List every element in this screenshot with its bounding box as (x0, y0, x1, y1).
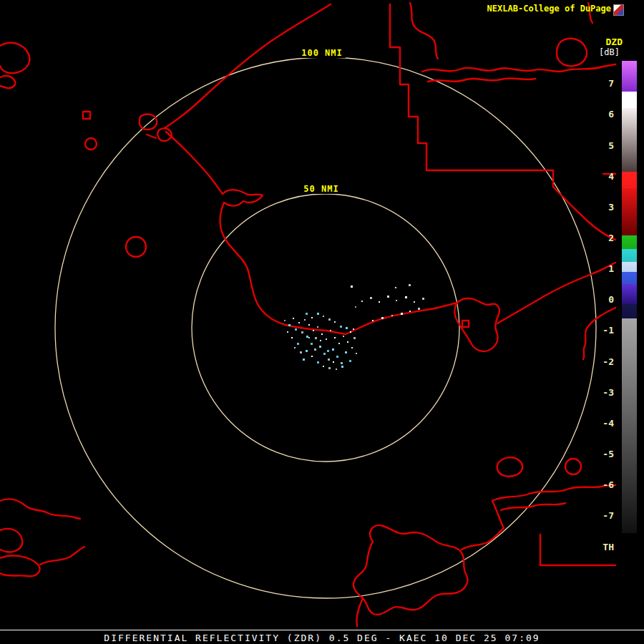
colorbar-tick: 6 (592, 109, 614, 120)
range-label-50nmi: 50 NMI (301, 184, 341, 194)
colorbar-tick: -5 (592, 449, 614, 460)
radar-map-canvas (0, 0, 644, 644)
colorbar-tick: -1 (592, 325, 614, 336)
product-code-label: DZD (606, 36, 623, 47)
colorbar-tick: 7 (592, 78, 614, 89)
colorbar-tick: 0 (592, 294, 614, 306)
colorbar-tick: -7 (592, 510, 614, 522)
colorbar-tick: 3 (592, 202, 614, 213)
colorbar-tick: 1 (592, 263, 614, 275)
attribution-text: NEXLAB-College of DuPage (487, 4, 611, 14)
threshold-label: TH (592, 542, 614, 552)
range-ring-100nmi (55, 57, 596, 598)
range-rings (55, 57, 596, 598)
colorbar-tick: -2 (592, 356, 614, 368)
colorbar-tick: -4 (592, 418, 614, 429)
units-label: [dB] (599, 47, 620, 57)
radar-display: 100 NMI 50 NMI NEXLAB-College of DuPage … (0, 0, 644, 644)
product-title: DIFFERENTIAL REFLECTIVITY (ZDR) 0.5 DEG … (0, 633, 644, 643)
footer-divider (0, 630, 644, 630)
colorbar-tick: -6 (592, 479, 614, 491)
range-label-100nmi: 100 NMI (298, 48, 346, 58)
colorbar-tick: 4 (592, 171, 614, 182)
radar-echoes (284, 284, 424, 370)
range-ring-50nmi (192, 194, 459, 462)
colorbar (622, 61, 637, 533)
colorbar-tick: -3 (592, 387, 614, 399)
colorbar-tick: 5 (592, 140, 614, 152)
colorbar-tick: 2 (592, 233, 614, 244)
cod-logo-icon (613, 4, 624, 16)
